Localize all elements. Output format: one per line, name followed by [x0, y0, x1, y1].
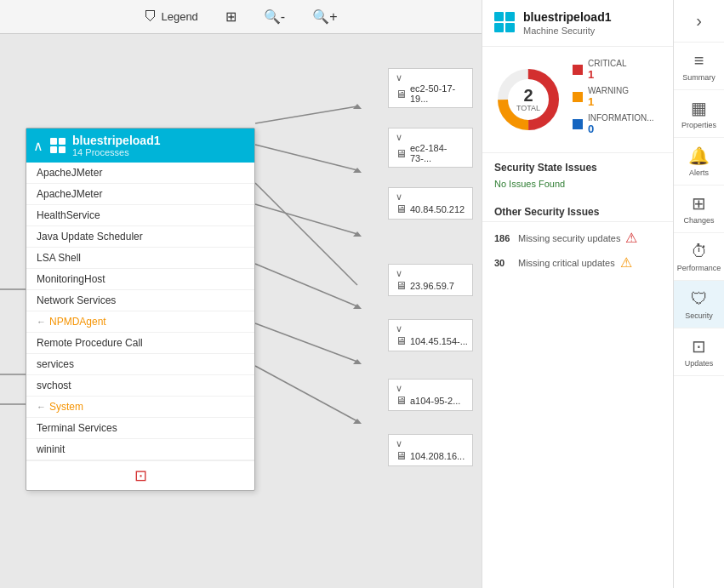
svg-rect-21 [573, 119, 583, 129]
zoom-out-button[interactable]: 🔍- [257, 5, 292, 28]
legend-seg-count: 1 [588, 68, 627, 81]
node-box: ∧ bluestripeload1 14 Processes ApacheJMe… [26, 128, 255, 491]
collapse-icon[interactable]: ∨ [396, 268, 402, 279]
mcard-label: 40.84.50.212 [410, 204, 465, 214]
process-item[interactable]: Network Services [26, 290, 254, 311]
machine-card[interactable]: ∨ 🖥 104.208.16... [388, 434, 473, 466]
sidebar-label: Properties [681, 121, 716, 129]
monitor-icon: 🖥 [396, 279, 407, 292]
sidebar: › ≡ Summary ▦ Properties 🔔 Alerts ⊞ Chan… [673, 0, 724, 588]
legend-button[interactable]: ⛉ Legend [137, 6, 204, 28]
svg-line-13 [255, 366, 357, 421]
machine-card[interactable]: ∨ 🖥 23.96.59.7 [388, 264, 473, 296]
sidebar-icon: ⊞ [692, 193, 706, 214]
mcard-name: 🖥 104.208.16... [396, 449, 465, 462]
legend-item: INFORMATION... 0 [573, 113, 661, 135]
collapse-icon[interactable]: ∨ [396, 438, 402, 449]
zoom-out-icon: 🔍- [264, 9, 285, 25]
legend-color [573, 65, 583, 75]
mcard-name: 🖥 23.96.59.7 [396, 279, 465, 292]
collapse-icon[interactable]: ∨ [396, 132, 402, 143]
sidebar-item-summary[interactable]: ≡ Summary [674, 43, 725, 90]
other-issues-title: Other Security Issues [482, 197, 673, 221]
legend-color [573, 92, 583, 102]
mcard-header: ∨ [396, 323, 465, 334]
sidebar-label: Changes [683, 216, 714, 225]
mcard-header: ∨ [396, 438, 465, 449]
donut-total: 2 [516, 87, 540, 104]
sidebar-item-performance[interactable]: ⏱ Performance [674, 233, 725, 281]
sidebar-icon: ▦ [691, 98, 707, 118]
sidebar-item-changes[interactable]: ⊞ Changes [674, 186, 725, 233]
machine-card[interactable]: ∨ 🖥 104.45.154-... [388, 319, 473, 351]
machine-card[interactable]: ∨ 🖥 40.84.50.212 [388, 187, 473, 220]
collapse-icon[interactable]: ∨ [396, 383, 402, 394]
sidebar-icon: ⊡ [692, 336, 706, 357]
canvas-area: ⛉ Legend ⊞ 🔍- 🔍+ [0, 0, 482, 588]
fit-button[interactable]: ⊞ [219, 5, 243, 28]
collapse-icon[interactable]: ∨ [396, 323, 402, 334]
toolbar: ⛉ Legend ⊞ 🔍- 🔍+ [0, 0, 482, 34]
sidebar-expand-button[interactable]: › [674, 0, 725, 43]
issue-text: Missing security updates [518, 233, 620, 243]
legend-seg-count: 0 [588, 123, 654, 135]
process-item[interactable]: ←System [26, 397, 254, 418]
sidebar-item-alerts[interactable]: 🔔 Alerts [674, 138, 725, 186]
process-item[interactable]: Remote Procedure Call [26, 333, 254, 354]
collapse-icon[interactable]: ∨ [396, 191, 402, 203]
monitor-icon: 🖥 [396, 203, 407, 215]
process-item[interactable]: svchost [26, 375, 254, 397]
monitor-icon: 🖥 [396, 88, 407, 100]
issue-row: 30 Missing critical updates ⚠ [494, 250, 661, 275]
sidebar-item-updates[interactable]: ⊡ Updates [674, 328, 725, 376]
node-title: bluestripeload1 [72, 134, 160, 147]
mcard-label: a104-95-2... [410, 396, 460, 406]
legend-seg-label: INFORMATION... [588, 113, 654, 123]
zoom-in-button[interactable]: 🔍+ [305, 5, 344, 28]
security-state-title: Security State Issues [482, 153, 673, 177]
issue-text: Missing critical updates [518, 258, 615, 268]
svg-line-2 [255, 145, 357, 170]
legend-seg-count: 1 [588, 95, 629, 108]
sidebar-icon: 🔔 [688, 146, 710, 166]
machine-card[interactable]: ∨ 🖥 ec2-184-73-... [388, 128, 473, 168]
node-header: ∧ bluestripeload1 14 Processes [26, 128, 254, 163]
mcard-label: 23.96.59.7 [410, 281, 454, 291]
svg-marker-7 [353, 304, 362, 309]
process-item[interactable]: Java Update Scheduler [26, 226, 254, 248]
windows-icon [50, 138, 66, 153]
process-item[interactable]: ApacheJMeter [26, 184, 254, 205]
security-summary: 2 TOTAL CRITICAL 1 WARNING 1 INFORMATION… [482, 47, 673, 153]
process-item[interactable]: HealthService [26, 205, 254, 226]
sidebar-label: Security [685, 311, 713, 320]
machine-card[interactable]: ∨ 🖥 ec2-50-17-19... [388, 68, 473, 108]
detail-title: bluestripeload1 [523, 10, 611, 24]
process-item[interactable]: wininit [26, 439, 254, 460]
mcard-label: ec2-50-17-19... [410, 83, 465, 104]
mcard-label: 104.208.16... [410, 451, 465, 461]
sidebar-item-properties[interactable]: ▦ Properties [674, 90, 725, 138]
node-subtitle: 14 Processes [72, 147, 160, 157]
svg-line-4 [255, 204, 357, 234]
legend-icon: ⛉ [144, 9, 157, 25]
sidebar-item-security[interactable]: 🛡 Security [674, 281, 725, 328]
donut-label: TOTAL [516, 104, 540, 112]
process-item[interactable]: LSA Shell [26, 248, 254, 269]
process-item[interactable]: services [26, 354, 254, 375]
collapse-button[interactable]: ∧ [33, 138, 43, 154]
process-item[interactable]: Terminal Services [26, 418, 254, 439]
process-item[interactable]: ApacheJMeter [26, 163, 254, 184]
process-item[interactable]: ←NPMDAgent [26, 311, 254, 333]
process-list: ApacheJMeterApacheJMeterHealthServiceJav… [26, 163, 254, 460]
machine-card[interactable]: ∨ 🖥 a104-95-2... [388, 379, 473, 411]
mcard-name: 🖥 ec2-184-73-... [396, 143, 465, 163]
collapse-icon[interactable]: ∨ [396, 72, 402, 83]
sidebar-icon: ⏱ [691, 242, 708, 261]
mcard-header: ∨ [396, 268, 465, 279]
sidebar-icon: ≡ [694, 51, 704, 71]
mcard-label: 104.45.154-... [410, 336, 468, 346]
svg-marker-3 [353, 168, 362, 173]
process-item[interactable]: MonitoringHost [26, 269, 254, 290]
fit-icon: ⊞ [225, 9, 237, 25]
issue-severity-icon: ⚠ [625, 230, 637, 246]
